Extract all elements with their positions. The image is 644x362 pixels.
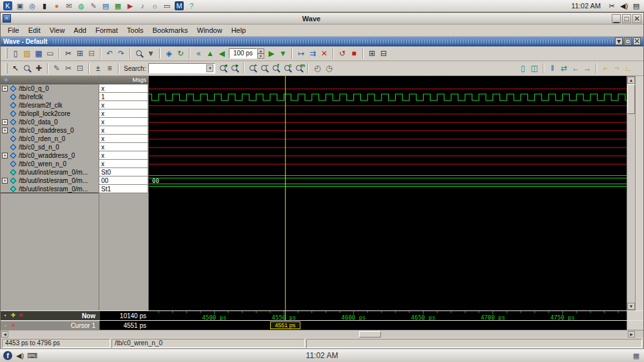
signal-row[interactable]: /tb/uut/inst/esram_0/m... [1,185,99,193]
stop-icon[interactable]: ✕ [318,48,330,59]
stretch-edge-icon[interactable]: ≡ [104,62,115,74]
close-button[interactable]: ✕ [632,14,641,23]
prev-edge-icon[interactable]: ◀ [216,48,228,59]
zoom-in-icon[interactable]: + [247,62,259,74]
office-writer-icon[interactable]: ▤ [101,1,111,11]
search-forward-icon[interactable]: ▸ [229,62,240,74]
web-browser-icon[interactable]: ◍ [76,1,86,11]
kde-menu-icon[interactable]: K [3,1,13,11]
settings-icon[interactable]: ☼ [150,1,160,11]
workspace-pager-icon[interactable]: ▦ [631,350,641,361]
help-icon[interactable]: ? [186,1,197,11]
menu-view[interactable]: View [45,25,70,35]
scroll-right-icon[interactable]: ▶ [628,331,635,338]
volume-icon[interactable]: ◀) [15,350,25,361]
fedora-menu-icon[interactable]: f [3,350,13,361]
search-dropdown-icon[interactable]: ▼ [206,64,213,72]
pane-close-button[interactable]: ✕ [633,37,641,45]
terminal-icon[interactable]: ▮ [39,1,50,11]
filter-icon[interactable]: ▼ [145,48,157,59]
snap-corner-icon[interactable]: ∟ [623,62,634,74]
edit-mode-icon[interactable]: ✎ [51,62,63,74]
editor-icon[interactable]: ✎ [88,1,99,11]
pane-undock-button[interactable]: ⊡ [624,37,632,45]
zoom-full-icon[interactable]: f [270,62,282,74]
find-prev-time-icon[interactable]: ◴ [311,62,323,74]
expand-left-icon[interactable]: ⌐ [600,62,611,74]
signal-row[interactable]: +/tb/c0_q_0 [1,84,99,93]
menu-file[interactable]: File [3,25,24,35]
reload-icon[interactable]: ↻ [175,48,186,59]
wave-vertical-scrollbar[interactable]: ▲ ▼ [627,76,636,310]
redo-icon[interactable]: ↷ [115,48,127,59]
single-pane-icon[interactable]: ▯ [517,62,529,74]
signal-row[interactable]: +/tb/c0_data_0 [1,118,99,126]
konqueror-icon[interactable]: ◎ [27,1,37,11]
search-input[interactable]: ▼ [148,63,215,73]
music-icon[interactable]: ♪ [137,1,148,11]
monitor-icon[interactable]: ▭ [162,1,172,11]
expand-toggle[interactable]: + [2,153,8,158]
vscroll-thumb[interactable] [627,84,635,114]
swap-panes-icon[interactable]: ⇄ [558,62,570,74]
continue-run-icon[interactable]: ⇉ [307,48,318,59]
zoom-mode-icon[interactable] [21,62,33,74]
zoom-range-icon[interactable]: m [293,62,305,74]
expand-toggle[interactable]: + [2,119,8,125]
scroll-up-icon[interactable]: ▲ [627,77,635,84]
cut-wave-icon[interactable]: ✂ [63,62,74,74]
office-calc-icon[interactable]: ▦ [113,1,123,11]
save-icon[interactable]: ▦ [33,48,44,59]
select-mode-icon[interactable]: ↖ [10,62,21,74]
menu-edit[interactable]: Edit [24,25,45,35]
cursor-lock-icon[interactable]: ▪ [2,322,9,329]
tree-root-icon[interactable]: ◆ [3,77,10,84]
menu-add[interactable]: Add [69,25,91,35]
signal-row[interactable]: /tb/refclk [1,93,99,101]
expand-toggle[interactable]: + [2,178,8,184]
move-down-icon[interactable]: ▼ [277,48,289,59]
keyboard-layout-icon[interactable]: ⌨ [27,350,37,361]
expand-toggle[interactable]: + [2,86,8,91]
next-edge-icon[interactable]: ▶ [266,48,277,59]
menu-bookmarks[interactable]: Bookmarks [148,25,192,35]
collapse-groups-icon[interactable]: ⊟ [378,48,389,59]
menu-window[interactable]: Window [193,25,227,35]
cursor-label-cell[interactable]: ▪✕ Cursor 1 [1,321,99,330]
undo-icon[interactable]: ↶ [104,48,115,59]
modelsim-icon[interactable]: M [174,1,184,11]
pan-mode-icon[interactable]: ✚ [33,62,44,74]
expand-groups-icon[interactable]: ⊞ [366,48,378,59]
firefox-icon[interactable]: ● [52,1,62,11]
add-selected-icon[interactable]: ◈ [163,48,175,59]
signal-row[interactable]: /tb/iopll_lock2core [1,110,99,118]
wave-horizontal-scrollbar[interactable]: ◀ ▶ [1,330,643,338]
prev-diff-icon[interactable]: ← [570,62,581,74]
cut-icon[interactable]: ✂ [63,48,74,59]
titlebar[interactable]: ≈ Wave ▁□✕ [1,13,643,24]
signal-row[interactable]: /tb/c0_rden_n_0 [1,135,99,143]
two-pane-icon[interactable]: ◫ [529,62,540,74]
search-reverse-icon[interactable]: ◂ [217,62,229,74]
bars-icon[interactable]: ‖ [547,62,558,74]
minimize-button[interactable]: ▁ [612,14,621,23]
mail-icon[interactable]: ✉ [64,1,74,11]
move-up-icon[interactable]: ▲ [204,48,216,59]
signal-row[interactable]: /tb/uut/inst/esram_0/m... [1,168,99,176]
waveform-canvas[interactable]: 00 [149,76,627,310]
volume-icon[interactable]: ◀) [619,1,629,11]
cursor-track[interactable]: 4551 ps [149,321,627,330]
copy-icon[interactable]: ⊞ [74,48,86,59]
signal-row[interactable]: /tb/c0_wren_n_0 [1,160,99,168]
scroll-down-icon[interactable]: ▼ [627,303,635,310]
delete-cursor-icon[interactable]: ✕ [17,312,24,319]
open-file-icon[interactable]: ▨ [21,48,33,59]
signal-row[interactable]: +/tb/c0_wraddress_0 [1,151,99,160]
goto-first-icon[interactable]: « [193,48,204,59]
zoom-out-icon[interactable]: − [259,62,270,74]
cursor-time-tag[interactable]: 4551 ps [270,321,300,329]
menu-help[interactable]: Help [227,25,251,35]
screenshot-scissors-icon[interactable]: ✂ [607,1,617,11]
show-desktop-icon[interactable]: ▣ [15,1,25,11]
toolbar-handle[interactable] [5,48,8,59]
